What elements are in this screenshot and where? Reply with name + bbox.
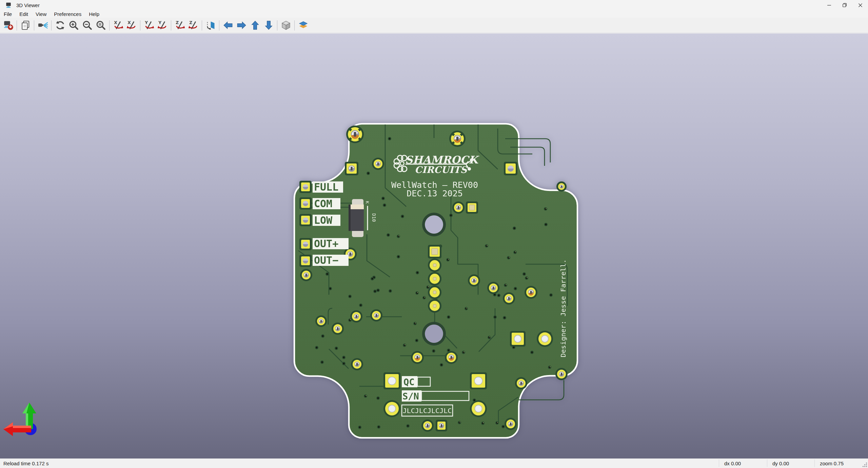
close-button[interactable] bbox=[852, 0, 868, 10]
rotate-x-clockwise-icon: X bbox=[113, 20, 123, 31]
pad-rm bbox=[315, 315, 327, 327]
toolbar-separator bbox=[219, 20, 219, 31]
pad-rm bbox=[452, 201, 465, 214]
pad-rc bbox=[428, 299, 441, 313]
zoom-out-icon bbox=[82, 20, 93, 31]
brand-line1: SHAMROCK bbox=[405, 154, 479, 166]
status-separator bbox=[814, 460, 815, 467]
window-title: 3D Viewer bbox=[16, 2, 40, 8]
status-bar: Reload time 0.172 s dx 0.00 dy 0.00 zoom… bbox=[0, 459, 868, 468]
toolbar-separator bbox=[202, 20, 202, 31]
export-image-button[interactable] bbox=[19, 19, 32, 32]
export-image-icon bbox=[20, 20, 31, 31]
move-left-icon bbox=[223, 20, 233, 31]
toolbar-separator bbox=[277, 20, 277, 31]
appearance-layers-button[interactable] bbox=[296, 19, 310, 32]
svg-text:LOW: LOW bbox=[314, 214, 333, 226]
maximize-button[interactable] bbox=[837, 0, 852, 10]
svg-text:Z: Z bbox=[176, 20, 179, 25]
rotate-y-clockwise-button[interactable]: Y bbox=[142, 19, 156, 32]
rotate-x-clockwise-button[interactable]: X bbox=[111, 19, 125, 32]
rotate-x-counterclockwise-icon: X bbox=[126, 20, 137, 31]
svg-text:Z: Z bbox=[189, 20, 192, 25]
orthographic-projection-button[interactable] bbox=[279, 19, 293, 32]
pad-rm bbox=[372, 158, 384, 170]
rotate-y-clockwise-icon: Y bbox=[144, 20, 154, 31]
zoom-in-button[interactable] bbox=[67, 19, 80, 32]
pad-rm bbox=[487, 282, 499, 294]
menu-file[interactable]: File bbox=[0, 11, 16, 17]
pad-rm bbox=[350, 310, 362, 323]
svg-text:JLCJLCJLCJLC: JLCJLCJLCJLC bbox=[403, 407, 452, 415]
pad-rm bbox=[370, 309, 382, 321]
pad-sm bbox=[345, 162, 358, 175]
reload-board-icon bbox=[3, 20, 14, 31]
minimize-button[interactable] bbox=[821, 0, 837, 10]
flip-board-button[interactable] bbox=[204, 19, 217, 32]
flip-board-icon bbox=[205, 20, 216, 31]
zoom-out-button[interactable] bbox=[80, 19, 94, 32]
minimize-icon bbox=[827, 3, 831, 7]
move-right-icon bbox=[236, 20, 247, 31]
svg-text:OUT+: OUT+ bbox=[314, 238, 338, 250]
pad-rmo bbox=[411, 351, 424, 364]
pad-rc bbox=[428, 286, 441, 299]
toolbar-separator bbox=[109, 20, 110, 31]
rotate-y-counterclockwise-button[interactable]: Y bbox=[156, 19, 169, 32]
pad-rm bbox=[468, 274, 480, 287]
render-raytracing-icon bbox=[38, 20, 48, 31]
rotate-z-clockwise-icon: Z bbox=[175, 20, 185, 31]
svg-text:X: X bbox=[114, 20, 117, 25]
menu-edit[interactable]: Edit bbox=[16, 11, 32, 17]
board-date: DEC.13 2025 bbox=[407, 189, 463, 198]
resize-grip[interactable] bbox=[863, 463, 867, 467]
menu-preferences[interactable]: Preferences bbox=[50, 11, 85, 17]
pad-rm bbox=[503, 292, 515, 305]
rotate-z-clockwise-button[interactable]: Z bbox=[173, 19, 186, 32]
svg-text:Y: Y bbox=[158, 20, 161, 25]
pad-sc bbox=[428, 245, 441, 258]
reload-board-button[interactable] bbox=[1, 19, 15, 32]
title-bar: 3D Viewer bbox=[0, 0, 868, 10]
menu-view[interactable]: View bbox=[32, 11, 50, 17]
pad-rc bbox=[428, 272, 441, 286]
refresh-view-button[interactable] bbox=[53, 19, 67, 32]
pad-rm bbox=[505, 418, 517, 430]
viewport-3d[interactable]: SHAMROCK CIRCUITS WellWatch — REV00 DEC.… bbox=[0, 34, 868, 459]
pad-sw bbox=[383, 372, 400, 389]
pad-rm bbox=[300, 269, 312, 281]
rotate-z-counterclockwise-button[interactable]: Z bbox=[186, 19, 200, 32]
status-reload-time: Reload time 0.172 s bbox=[3, 459, 48, 468]
toolbar-separator bbox=[171, 20, 171, 31]
zoom-fit-button[interactable] bbox=[94, 19, 107, 32]
window-controls bbox=[821, 0, 868, 10]
status-separator bbox=[719, 460, 719, 467]
label-com: COM bbox=[313, 198, 340, 210]
pad-rmo bbox=[525, 286, 537, 299]
menu-help[interactable]: Help bbox=[85, 11, 103, 17]
diode-pin-k: K bbox=[365, 201, 370, 204]
pad-sm bbox=[436, 420, 447, 431]
render-raytracing-button[interactable] bbox=[36, 19, 50, 32]
move-right-button[interactable] bbox=[235, 19, 248, 32]
move-up-button[interactable] bbox=[248, 19, 262, 32]
pad-rm bbox=[515, 377, 527, 389]
pad-rw bbox=[470, 400, 487, 417]
pad-rw bbox=[383, 400, 400, 417]
status-separator bbox=[767, 460, 767, 467]
move-down-button[interactable] bbox=[262, 19, 275, 32]
toolbar: XXYYZZ bbox=[0, 18, 868, 33]
status-dx: dx 0.00 bbox=[724, 459, 741, 468]
restore-icon bbox=[842, 3, 847, 7]
pad-sw bbox=[470, 372, 487, 389]
pad-sq bbox=[299, 255, 312, 267]
orthographic-projection-icon bbox=[281, 20, 291, 31]
move-left-button[interactable] bbox=[221, 19, 235, 32]
toolbar-separator bbox=[34, 20, 34, 31]
pad-sq bbox=[299, 238, 312, 250]
svg-text:Y: Y bbox=[144, 20, 148, 25]
rotate-x-counterclockwise-button[interactable]: X bbox=[125, 19, 138, 32]
zoom-fit-icon bbox=[96, 20, 106, 31]
svg-text:S/N: S/N bbox=[402, 391, 419, 402]
diode-refdes: D10 bbox=[371, 213, 377, 222]
